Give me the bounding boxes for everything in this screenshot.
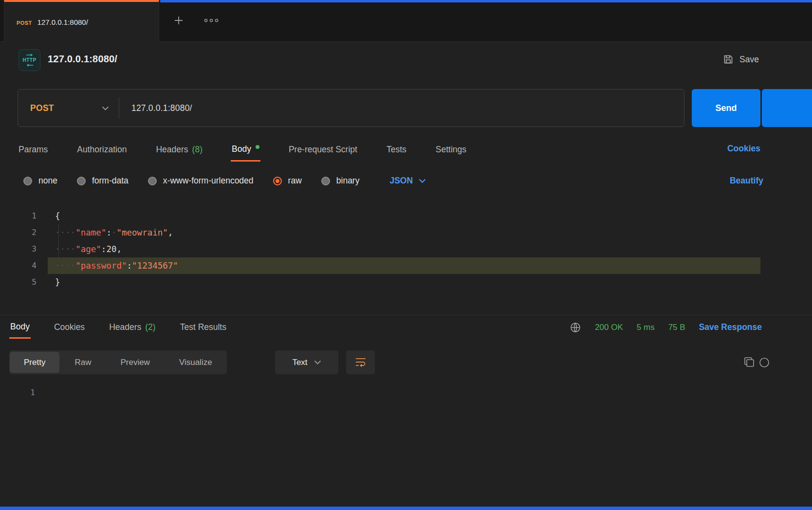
body-mode-row: noneform-datax-www-form-urlencodedrawbin… xyxy=(23,171,426,191)
url-bar: POST 127.0.0.1:8080/ xyxy=(18,89,684,127)
mode-label: raw xyxy=(288,176,302,186)
tab-label: Settings xyxy=(436,145,466,155)
tab-title-label: 127.0.0.1:8080/ xyxy=(37,18,88,26)
url-input[interactable]: 127.0.0.1:8080/ xyxy=(119,103,192,113)
tab-bar: POST 127.0.0.1:8080/ xyxy=(0,0,812,42)
window-bottom-accent xyxy=(0,507,812,510)
body-mode-x-www-form-urlencoded[interactable]: x-www-form-urlencoded xyxy=(148,176,254,186)
search-response-button[interactable] xyxy=(758,357,770,370)
method-dropdown[interactable]: POST xyxy=(18,90,119,127)
response-tab-headers[interactable]: Headers(2) xyxy=(108,316,157,339)
arrow-left-icon xyxy=(25,64,34,67)
response-tabs: BodyCookiesHeaders(2)Test Results xyxy=(9,316,227,339)
body-mode-raw[interactable]: raw xyxy=(273,176,302,186)
body-mode-group: noneform-datax-www-form-urlencodedrawbin… xyxy=(23,176,359,186)
copy-response-button[interactable] xyxy=(743,356,756,370)
radio-icon xyxy=(23,177,32,185)
response-line-number: 1 xyxy=(0,388,35,397)
tab-label: Tests xyxy=(387,145,406,155)
line-number: 4 xyxy=(0,257,37,274)
chevron-down-icon xyxy=(314,360,321,364)
view-raw[interactable]: Raw xyxy=(60,352,105,373)
mode-label: form-data xyxy=(92,176,129,186)
save-request-button[interactable]: Save xyxy=(722,54,759,65)
code-line-3[interactable]: 3····"age":20, xyxy=(0,241,812,257)
tab-label: Pre-request Script xyxy=(289,145,357,155)
radio-icon xyxy=(148,177,157,185)
line-number: 1 xyxy=(0,208,37,224)
request-tab-settings[interactable]: Settings xyxy=(435,138,467,162)
tab-label: Body xyxy=(10,322,30,332)
save-icon xyxy=(722,54,734,65)
code-text: ····"name":·"meowrain", xyxy=(37,224,173,241)
line-number: 2 xyxy=(0,224,37,241)
new-tab-button[interactable] xyxy=(170,12,187,29)
arrow-right-icon xyxy=(25,54,34,56)
request-tab[interactable]: POST 127.0.0.1:8080/ xyxy=(4,0,159,42)
save-label: Save xyxy=(739,55,759,65)
code-line-2[interactable]: 2····"name":·"meowrain", xyxy=(0,224,812,241)
plus-icon xyxy=(173,15,184,26)
response-format-dropdown[interactable]: Text xyxy=(275,350,338,374)
request-tabs: ParamsAuthorizationHeaders(8)BodyPre-req… xyxy=(18,138,467,162)
code-line-1[interactable]: 1{ xyxy=(0,208,812,224)
response-time: 5 ms xyxy=(637,323,655,332)
request-tab-tests[interactable]: Tests xyxy=(386,138,407,162)
tab-options-button[interactable] xyxy=(201,14,222,27)
radio-icon xyxy=(273,177,282,185)
request-title: 127.0.0.1:8080/ xyxy=(48,54,117,65)
view-preview[interactable]: Preview xyxy=(106,352,164,373)
section-divider xyxy=(0,315,812,315)
body-mode-binary[interactable]: binary xyxy=(321,176,360,186)
line-number: 3 xyxy=(0,241,37,257)
send-options-button[interactable] xyxy=(762,89,812,127)
tab-method-label: POST xyxy=(17,20,32,26)
response-tab-test-results[interactable]: Test Results xyxy=(179,316,227,339)
copy-icon xyxy=(743,356,756,368)
mode-label: none xyxy=(38,176,57,186)
network-globe-icon[interactable] xyxy=(570,322,581,333)
wrap-lines-icon xyxy=(355,357,367,368)
status-code: 200 OK xyxy=(595,323,623,332)
code-line-5[interactable]: 5} xyxy=(0,274,812,291)
line-number: 5 xyxy=(0,274,37,291)
tab-label: Authorization xyxy=(77,145,127,155)
tab-count: (8) xyxy=(192,145,203,155)
code-text: { xyxy=(37,208,60,224)
response-tab-body[interactable]: Body xyxy=(9,316,31,339)
mode-label: x-www-form-urlencoded xyxy=(163,176,254,186)
chevron-down-icon xyxy=(102,106,109,110)
view-pretty[interactable]: Pretty xyxy=(10,352,59,373)
tab-label: Test Results xyxy=(180,322,226,332)
request-tab-headers[interactable]: Headers(8) xyxy=(155,138,203,162)
request-tab-params[interactable]: Params xyxy=(18,138,49,162)
request-tab-authorization[interactable]: Authorization xyxy=(76,138,128,162)
format-label: Text xyxy=(292,358,307,367)
body-mode-none[interactable]: none xyxy=(23,176,57,186)
chevron-down-icon xyxy=(419,179,426,183)
wrap-lines-button[interactable] xyxy=(346,350,375,374)
send-button[interactable]: Send xyxy=(692,89,760,127)
request-tab-pre-request-script[interactable]: Pre-request Script xyxy=(288,138,358,162)
radio-icon xyxy=(77,177,86,185)
body-mode-form-data[interactable]: form-data xyxy=(77,176,129,186)
http-request-icon: HTTP xyxy=(18,49,40,71)
request-tab-body[interactable]: Body xyxy=(231,138,260,162)
response-tab-cookies[interactable]: Cookies xyxy=(53,316,86,339)
tab-count: (2) xyxy=(145,322,155,332)
save-response-link[interactable]: Save Response xyxy=(699,322,762,332)
cookies-link[interactable]: Cookies xyxy=(727,144,760,154)
request-body-editor[interactable]: 1{2····"name":·"meowrain",3····"age":20,… xyxy=(0,208,812,314)
window-top-accent xyxy=(160,0,812,2)
language-label: JSON xyxy=(389,176,413,186)
tab-label: Headers xyxy=(109,322,141,332)
beautify-link[interactable]: Beautify xyxy=(730,176,763,186)
language-dropdown[interactable]: JSON xyxy=(389,176,426,186)
response-size: 75 B xyxy=(668,323,685,332)
mode-label: binary xyxy=(336,176,360,186)
view-visualize[interactable]: Visualize xyxy=(165,352,226,373)
tab-label: Headers xyxy=(156,145,188,155)
unsaved-dot xyxy=(256,145,259,149)
code-line-4[interactable]: 4····"password":"1234567" xyxy=(0,257,812,274)
http-badge-label: HTTP xyxy=(22,57,36,63)
